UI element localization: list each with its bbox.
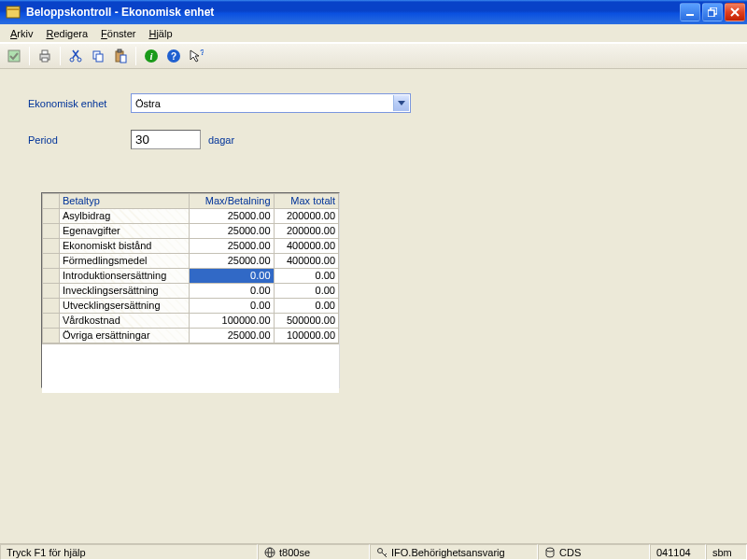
- help-button[interactable]: ?: [163, 46, 184, 66]
- window-title: Beloppskontroll - Ekonomisk enhet: [26, 6, 680, 19]
- cell-betaltyp[interactable]: Förmedlingsmedel: [60, 254, 190, 269]
- svg-rect-1: [7, 8, 19, 10]
- cell-maxtotalt[interactable]: 0.00: [274, 299, 338, 314]
- svg-rect-19: [120, 55, 126, 63]
- status-date: 041104: [650, 544, 706, 560]
- cut-button[interactable]: [65, 46, 86, 66]
- table-row[interactable]: Asylbidrag25000.00200000.00: [43, 209, 339, 224]
- svg-rect-10: [42, 58, 48, 62]
- help-pointer-button[interactable]: ?: [186, 46, 206, 66]
- title-bar: Beloppskontroll - Ekonomisk enhet: [0, 0, 747, 24]
- betaltyp-grid[interactable]: Betaltyp Max/Betalning Max totalt Asylbi…: [41, 192, 340, 388]
- col-betaltyp[interactable]: Betaltyp: [60, 194, 190, 209]
- cell-betaltyp[interactable]: Introduktionsersättning: [60, 269, 190, 284]
- grid-corner[interactable]: [43, 194, 60, 209]
- paste-button[interactable]: [110, 46, 131, 66]
- cell-betaltyp[interactable]: Ekonomiskt bistånd: [60, 239, 190, 254]
- cell-maxtotalt[interactable]: 400000.00: [274, 254, 338, 269]
- row-header[interactable]: [43, 314, 60, 329]
- period-unit: dagar: [208, 134, 234, 146]
- svg-rect-16: [96, 54, 103, 62]
- cell-betaltyp[interactable]: Invecklingsersättning: [60, 284, 190, 299]
- content-area: Ekonomisk enhet Östra Period dagar Betal…: [0, 69, 747, 543]
- cell-maxbetalning[interactable]: 0.00: [190, 299, 274, 314]
- svg-rect-7: [8, 50, 20, 62]
- cell-maxtotalt[interactable]: 0.00: [274, 269, 338, 284]
- svg-line-31: [385, 553, 387, 555]
- cell-maxtotalt[interactable]: 200000.00: [274, 209, 338, 224]
- status-bar: Tryck F1 för hjälp t800se IFO.Behörighet…: [0, 543, 747, 560]
- cell-maxtotalt[interactable]: 200000.00: [274, 224, 338, 239]
- cell-betaltyp[interactable]: Övriga ersättningar: [60, 329, 190, 343]
- svg-line-30: [382, 553, 387, 557]
- menu-fonster[interactable]: Fönster: [94, 26, 142, 41]
- cell-maxbetalning[interactable]: 25000.00: [190, 209, 274, 224]
- cell-maxtotalt[interactable]: 500000.00: [274, 314, 338, 329]
- svg-text:?: ?: [171, 51, 176, 62]
- table-row[interactable]: Egenavgifter25000.00200000.00: [43, 224, 339, 239]
- svg-rect-18: [118, 49, 121, 52]
- ekonomisk-enhet-value: Östra: [135, 98, 161, 109]
- ekonomisk-enhet-select[interactable]: Östra: [131, 93, 411, 113]
- cell-betaltyp[interactable]: Utvecklingsersättning: [60, 299, 190, 314]
- row-header[interactable]: [43, 254, 60, 269]
- table-row[interactable]: Ekonomiskt bistånd25000.00400000.00: [43, 239, 339, 254]
- cell-maxbetalning[interactable]: 25000.00: [190, 224, 274, 239]
- cell-maxbetalning[interactable]: 25000.00: [190, 239, 274, 254]
- cell-maxtotalt[interactable]: 0.00: [274, 284, 338, 299]
- toolbar-separator: [29, 47, 30, 65]
- col-maxbetalning[interactable]: Max/Betalning: [190, 194, 274, 209]
- row-header[interactable]: [43, 224, 60, 239]
- toolbar-separator: [135, 47, 136, 65]
- table-row[interactable]: Introduktionsersättning0.000.00: [43, 269, 339, 284]
- row-header[interactable]: [43, 209, 60, 224]
- svg-rect-0: [7, 7, 20, 18]
- key-icon: [376, 547, 388, 558]
- cell-maxtotalt[interactable]: 100000.00: [274, 329, 338, 343]
- cell-betaltyp[interactable]: Vårdkostnad: [60, 314, 190, 329]
- row-header[interactable]: [43, 284, 60, 299]
- status-user: sbm: [706, 544, 747, 560]
- cell-betaltyp[interactable]: Asylbidrag: [60, 209, 190, 224]
- svg-point-29: [378, 548, 383, 553]
- cell-maxbetalning[interactable]: 0.00: [190, 269, 274, 284]
- database-icon: [544, 547, 556, 558]
- maximize-button[interactable]: [702, 3, 723, 21]
- table-row[interactable]: Vårdkostnad100000.00500000.00: [43, 314, 339, 329]
- menu-hjalp[interactable]: Hjälp: [142, 26, 178, 41]
- period-input[interactable]: [131, 130, 201, 149]
- info-button[interactable]: i: [141, 46, 162, 66]
- row-header[interactable]: [43, 269, 60, 284]
- svg-rect-2: [686, 14, 694, 16]
- table-row[interactable]: Förmedlingsmedel25000.00400000.00: [43, 254, 339, 269]
- row-header[interactable]: [43, 299, 60, 314]
- svg-rect-4: [708, 10, 714, 17]
- menu-arkiv[interactable]: Arkiv: [4, 26, 39, 41]
- cell-maxbetalning[interactable]: 100000.00: [190, 314, 274, 329]
- table-row[interactable]: Invecklingsersättning0.000.00: [43, 284, 339, 299]
- print-button[interactable]: [35, 46, 55, 66]
- menu-redigera[interactable]: Redigera: [39, 26, 94, 41]
- close-button[interactable]: [725, 3, 745, 21]
- cell-maxtotalt[interactable]: 400000.00: [274, 239, 338, 254]
- toolbar-separator: [60, 47, 61, 65]
- period-label: Period: [28, 134, 131, 146]
- cell-maxbetalning[interactable]: 25000.00: [190, 329, 274, 343]
- svg-point-14: [78, 58, 81, 62]
- cell-maxbetalning[interactable]: 25000.00: [190, 254, 274, 269]
- table-row[interactable]: Utvecklingsersättning0.000.00: [43, 299, 339, 314]
- table-row[interactable]: Övriga ersättningar25000.00100000.00: [43, 329, 339, 343]
- cell-betaltyp[interactable]: Egenavgifter: [60, 224, 190, 239]
- chevron-down-icon[interactable]: [393, 95, 409, 111]
- grid-empty-area: [42, 343, 339, 393]
- svg-marker-25: [398, 101, 405, 105]
- row-header[interactable]: [43, 239, 60, 254]
- col-maxtotalt[interactable]: Max totalt: [274, 194, 338, 209]
- minimize-button[interactable]: [680, 3, 700, 21]
- cell-maxbetalning[interactable]: 0.00: [190, 284, 274, 299]
- status-role: IFO.Behörighetsansvarig: [370, 544, 538, 560]
- save-button[interactable]: [4, 46, 24, 66]
- copy-button[interactable]: [88, 46, 108, 66]
- globe-icon: [264, 547, 275, 558]
- row-header[interactable]: [43, 329, 60, 343]
